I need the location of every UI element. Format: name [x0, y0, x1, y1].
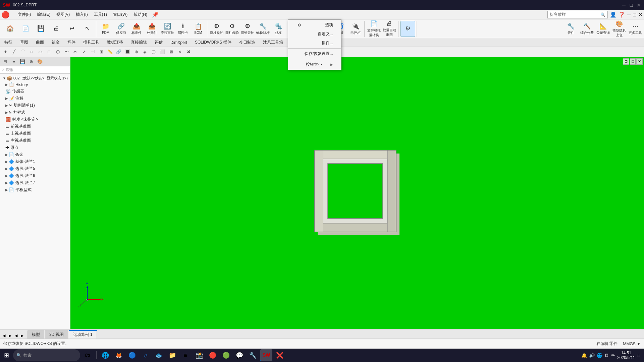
tab-next-btn[interactable]: ▶ [7, 333, 13, 339]
tray-pen[interactable]: ✏ [611, 353, 615, 358]
tool2-line[interactable]: ╱ [10, 48, 18, 56]
tab-feature[interactable]: 特征 [1, 38, 16, 47]
menu-help[interactable]: 帮助(H) [131, 11, 150, 18]
tool-worm-gear[interactable]: 🔧蜗轮蜗杆 [256, 21, 270, 37]
tree-item-edge-flange7[interactable]: ▶ 🔷 边线-法兰7 [0, 179, 70, 186]
tool-file-batch[interactable]: 📄文件格批量转换 [367, 21, 381, 37]
tab-sheetmetal[interactable]: 钣金 [48, 38, 63, 47]
tool2-sketch[interactable]: ✦ [1, 48, 9, 56]
tab-today[interactable]: 今日制造 [235, 38, 259, 47]
tool-checkout[interactable]: 📤外购件 [145, 21, 159, 37]
tool2-arc[interactable]: ⌒ [19, 48, 27, 56]
tree-root[interactable]: ▼ 📦 002（默认<<默认>_显示状态 1>) [0, 75, 70, 81]
tray-notify[interactable]: 🔔 [581, 353, 587, 358]
tool-auto-print[interactable]: 🖨批量自动出图 [382, 21, 397, 37]
tool2-pattern[interactable]: ⊞ [97, 48, 105, 56]
tool-undo[interactable]: ↩ [64, 21, 79, 37]
tree-item-history[interactable]: ▶ 📋 History [0, 81, 70, 88]
search-icon[interactable]: 🔍 [600, 12, 605, 17]
restore-btn2[interactable]: □ [633, 12, 636, 18]
tree-item-cutlist[interactable]: ▶ ✂ 切割清单(1) [0, 102, 70, 109]
tree-item-flat-pattern[interactable]: ▶ 📄 平板型式 [0, 186, 70, 193]
minimize-button[interactable]: ─ [621, 2, 627, 8]
tool2-offset[interactable]: ▢ [150, 48, 158, 56]
tool-bom[interactable]: 📋BOM [191, 21, 206, 37]
view-btn-restore[interactable]: ⊡ [623, 58, 629, 65]
dropdown-item-button-size[interactable]: 按钮大小 ▶ [288, 60, 341, 69]
tab-mufeng[interactable]: 沐风工具箱 [259, 38, 287, 47]
tray-display[interactable]: 🖥 [604, 353, 609, 358]
taskbar-green-app[interactable]: 🟢 [220, 349, 232, 361]
show-desktop[interactable]: □ [637, 353, 640, 358]
tab-mold[interactable]: 模具工具 [79, 38, 103, 47]
start-button[interactable]: ⊞ [1, 349, 12, 361]
tool2-trim[interactable]: ✂ [71, 48, 79, 56]
tab-prev-btn[interactable]: ◀ [1, 333, 7, 339]
tool-new[interactable]: 📄 [18, 21, 33, 37]
search-bar[interactable]: 折弯放样 🔍 [547, 11, 608, 18]
taskbar-ie[interactable]: ℯ [140, 349, 152, 361]
tree-btn-add[interactable]: ⊕ [28, 58, 35, 65]
taskbar-solidworks[interactable]: SW [260, 349, 272, 361]
clock[interactable]: 14:51 2020/9/11 [617, 351, 635, 360]
taskbar-fish[interactable]: 🐟 [153, 349, 165, 361]
tool2-close[interactable]: ✕ [176, 48, 184, 56]
tool2-spline[interactable]: 〜 [62, 48, 70, 56]
menu-file[interactable]: 文件(F) [15, 11, 34, 18]
view-btn-close[interactable]: ✕ [636, 58, 643, 65]
tool-spur-gear[interactable]: ⚙螺柱盘轮 [209, 21, 224, 37]
taskbar-taskview[interactable]: 🗂 [82, 349, 94, 361]
tool-save[interactable]: 💾 [34, 21, 48, 37]
tool-tolerance[interactable]: 📐公差查询 [596, 21, 610, 37]
tab-migrate[interactable]: 数据迁移 [103, 38, 127, 47]
tray-network[interactable]: 🌐 [597, 353, 602, 358]
tab-surface[interactable]: 曲面 [32, 38, 48, 47]
tool2-ref[interactable]: ⊕ [132, 48, 140, 56]
tool-screw[interactable]: 🔩丝杠 [271, 21, 286, 37]
tool-info[interactable]: ℹ属性卡 [175, 21, 190, 37]
tree-item-equations[interactable]: ▶ fx 方程式 [0, 109, 70, 116]
tool-print[interactable]: 🖨 [49, 21, 64, 37]
tab-next2-btn[interactable]: ▶ [19, 333, 25, 339]
tab-solidworks-addins[interactable]: SOLIDWORKS 插件 [191, 38, 235, 47]
tool-bevel-gear[interactable]: ⚙圆锥齿轮 [240, 21, 255, 37]
tool2-delete[interactable]: ✖ [184, 48, 193, 56]
tool2-split[interactable]: ⊠ [167, 48, 175, 56]
minimize-btn2[interactable]: ─ [627, 12, 631, 18]
taskbar-red-app[interactable]: 🔴 [207, 349, 219, 361]
tree-btn-list[interactable]: ≡ [10, 58, 17, 65]
dropdown-item-save-restore[interactable]: 保存/恢复设置... [288, 49, 341, 58]
tool2-extend[interactable]: ↗ [80, 48, 88, 56]
tree-item-base-flange[interactable]: ▶ 🔷 基体-法兰1 [0, 158, 70, 165]
tool2-relation[interactable]: 🔗 [115, 48, 123, 56]
tool-update[interactable]: 🔄流程审批 [160, 21, 175, 37]
menu-tools[interactable]: 工具(T) [91, 11, 110, 18]
tool-cyl-gear[interactable]: ⚙圆柱齿轮 [225, 21, 239, 37]
taskbar-firefox[interactable]: 🦊 [113, 349, 125, 361]
taskbar-close-app[interactable]: ❌ [274, 349, 286, 361]
tree-item-edge-flange6[interactable]: ▶ 🔷 边线-法兰6 [0, 172, 70, 179]
tree-item-right-plane[interactable]: ▭ 右视基准面 [0, 137, 70, 144]
tool-color[interactable]: 🎨模型隐机上色 [612, 21, 627, 37]
tool-checkin[interactable]: 📥标准件 [129, 21, 144, 37]
tool2-intersect[interactable]: ⬜ [158, 48, 166, 56]
menu-edit[interactable]: 编辑(E) [34, 11, 53, 18]
pin-icon[interactable]: 📌 [152, 11, 159, 18]
tree-item-annotation[interactable]: ▶ 📝 注解 [0, 95, 70, 102]
menu-view[interactable]: 视图(V) [54, 11, 72, 18]
tool-pipe[interactable]: 🔧管件 [564, 21, 578, 37]
tab-dimxpert[interactable]: DimXpert [167, 39, 191, 46]
taskbar-edge[interactable]: 🌐 [99, 349, 111, 361]
tool-combined[interactable]: 🔨综合公差 [580, 21, 594, 37]
tree-btn-color[interactable]: 🎨 [36, 58, 44, 65]
taskbar-camera[interactable]: 📸 [193, 349, 205, 361]
tree-item-sensor[interactable]: 📡 传感器 [0, 88, 70, 95]
tool2-polygon[interactable]: ⬡ [54, 48, 62, 56]
dropdown-item-customize[interactable]: 自定义... [288, 29, 341, 39]
tab-direct-edit[interactable]: 直接编辑 [127, 38, 151, 47]
menu-insert[interactable]: 插入(I) [73, 11, 90, 18]
tool-supplier[interactable]: 🔗供应商 [114, 21, 128, 37]
tab-3dview[interactable]: 3D 视图 [45, 330, 68, 339]
tab-motion[interactable]: 运动算例 1 [69, 330, 97, 339]
close-btn2[interactable]: ✕ [638, 11, 643, 18]
